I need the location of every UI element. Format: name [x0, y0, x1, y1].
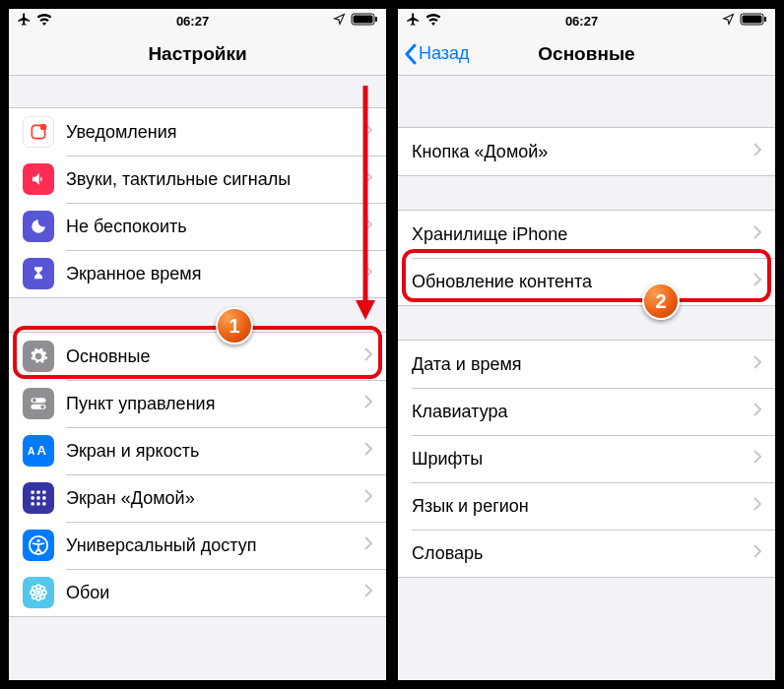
page-title: Настройки	[9, 43, 386, 65]
chevron-right-icon	[753, 225, 761, 243]
moon-icon	[23, 211, 54, 242]
row-controlcenter[interactable]: Пункт управления	[9, 380, 386, 427]
row-sounds[interactable]: Звуки, тактильные сигналы	[9, 156, 386, 203]
svg-text:A: A	[37, 443, 47, 458]
row-background-refresh[interactable]: Обновление контента	[398, 258, 775, 305]
chevron-right-icon	[753, 450, 761, 468]
row-keyboard[interactable]: Клавиатура	[398, 388, 775, 435]
switches-icon	[23, 388, 54, 419]
row-label: Экран и яркость	[66, 441, 364, 462]
chevron-right-icon	[364, 442, 372, 460]
svg-point-21	[36, 539, 39, 542]
location-icon	[333, 13, 346, 29]
back-button[interactable]: Назад	[398, 43, 470, 65]
status-time: 06:27	[441, 14, 722, 29]
svg-point-22	[36, 591, 41, 595]
row-label: Не беспокоить	[66, 217, 364, 237]
row-homescreen[interactable]: Экран «Домой»	[9, 474, 386, 522]
status-bar: 06:27	[398, 9, 775, 32]
row-label: Основные	[66, 346, 364, 367]
content-left: Уведомления Звуки, тактильные сигналы Не…	[9, 107, 386, 617]
svg-rect-1	[354, 16, 373, 24]
chevron-right-icon	[364, 170, 372, 188]
svg-rect-15	[36, 496, 39, 499]
accessibility-icon	[23, 530, 54, 561]
row-fonts[interactable]: Шрифты	[398, 435, 775, 482]
chevron-right-icon	[753, 544, 761, 562]
back-label: Назад	[419, 43, 470, 64]
row-label: Словарь	[412, 543, 753, 564]
general-group-3: Дата и время Клавиатура Шрифты Язык и ре…	[398, 340, 775, 578]
svg-rect-18	[36, 502, 39, 505]
row-label: Обновление контента	[412, 272, 753, 292]
row-storage[interactable]: Хранилище iPhone	[398, 211, 775, 258]
wifi-icon	[425, 14, 441, 29]
row-label: Язык и регион	[412, 496, 753, 517]
settings-group-1: Уведомления Звуки, тактильные сигналы Не…	[9, 107, 386, 298]
gear-icon	[23, 341, 54, 372]
chevron-right-icon	[753, 497, 761, 515]
wifi-icon	[36, 14, 52, 29]
chevron-right-icon	[364, 347, 372, 365]
row-label: Экран «Домой»	[66, 488, 364, 509]
svg-rect-11	[32, 491, 34, 494]
chevron-right-icon	[753, 355, 761, 373]
chevron-right-icon	[364, 489, 372, 507]
battery-icon	[351, 13, 378, 29]
row-label: Звуки, тактильные сигналы	[66, 169, 364, 190]
row-label: Обои	[66, 583, 364, 603]
phone-left: 06:27 Настройки Уведомления	[6, 6, 389, 683]
svg-rect-14	[32, 496, 34, 499]
nav-header: Настройки	[9, 32, 386, 76]
chevron-right-icon	[364, 218, 372, 235]
svg-point-30	[40, 595, 44, 598]
svg-rect-13	[42, 491, 45, 494]
row-dictionary[interactable]: Словарь	[398, 530, 775, 577]
row-datetime[interactable]: Дата и время	[398, 341, 775, 388]
row-label: Универсальный доступ	[66, 535, 364, 556]
content-right: Кнопка «Домой» Хранилище iPhone Обновлен…	[398, 127, 775, 578]
status-bar: 06:27	[9, 9, 386, 32]
svg-point-4	[40, 124, 47, 131]
svg-rect-17	[32, 502, 34, 505]
chevron-right-icon	[364, 584, 372, 601]
settings-group-2: Основные Пункт управления AA Экран и ярк…	[9, 332, 386, 617]
row-display[interactable]: AA Экран и яркость	[9, 427, 386, 474]
flower-icon	[23, 577, 54, 608]
svg-rect-2	[375, 17, 377, 22]
grid-icon	[23, 482, 54, 514]
svg-rect-12	[36, 491, 39, 494]
chevron-right-icon	[364, 123, 372, 141]
location-icon	[722, 13, 735, 29]
svg-point-27	[33, 587, 36, 591]
notifications-icon	[23, 116, 54, 148]
hourglass-icon	[23, 258, 54, 289]
battery-icon	[740, 13, 767, 29]
row-dnd[interactable]: Не беспокоить	[9, 203, 386, 250]
airplane-icon	[406, 12, 421, 30]
row-label: Клавиатура	[412, 402, 753, 422]
row-label: Шрифты	[412, 449, 753, 470]
general-group-1: Кнопка «Домой»	[398, 127, 775, 176]
svg-point-6	[33, 399, 36, 403]
svg-rect-19	[42, 502, 45, 505]
row-accessibility[interactable]: Универсальный доступ	[9, 522, 386, 569]
chevron-right-icon	[753, 143, 761, 160]
chevron-right-icon	[753, 403, 761, 420]
general-group-2: Хранилище iPhone Обновление контента	[398, 210, 775, 306]
row-home-button[interactable]: Кнопка «Домой»	[398, 128, 775, 175]
row-notifications[interactable]: Уведомления	[9, 108, 386, 156]
row-label: Пункт управления	[66, 394, 364, 414]
svg-point-8	[40, 406, 44, 409]
row-general[interactable]: Основные	[9, 333, 386, 380]
chevron-right-icon	[753, 273, 761, 290]
svg-point-29	[33, 595, 36, 598]
row-language[interactable]: Язык и регион	[398, 482, 775, 530]
row-screentime[interactable]: Экранное время	[9, 250, 386, 297]
text-size-icon: AA	[23, 435, 54, 467]
row-wallpaper[interactable]: Обои	[9, 569, 386, 616]
row-label: Уведомления	[66, 122, 364, 143]
status-time: 06:27	[52, 14, 333, 29]
phone-right: 06:27 Назад Основные Кнопка «Домой» Хран…	[395, 6, 778, 683]
nav-header: Назад Основные	[398, 32, 775, 76]
